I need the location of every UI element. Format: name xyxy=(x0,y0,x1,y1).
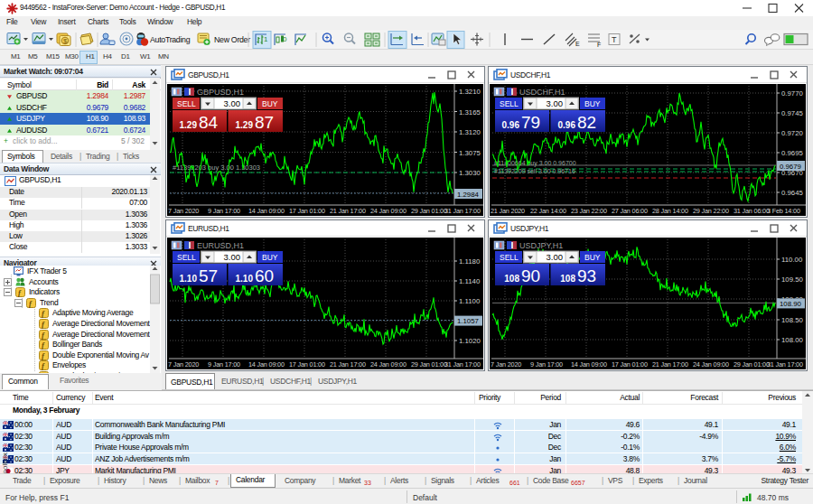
svg-text:21 Jan 17:00: 21 Jan 17:00 xyxy=(330,360,366,369)
svg-text:1.29: 1.29 xyxy=(180,120,198,130)
svg-text:1.1020: 1.1020 xyxy=(459,337,481,345)
svg-text:3 Feb 14:00: 3 Feb 14:00 xyxy=(767,207,800,215)
svg-text:24 Jan 09:00: 24 Jan 09:00 xyxy=(370,360,406,369)
svg-text:3.00: 3.00 xyxy=(224,252,241,262)
svg-text:90: 90 xyxy=(521,266,540,285)
svg-text:57: 57 xyxy=(199,266,218,285)
svg-text:29 Jan 01:00: 29 Jan 01:00 xyxy=(411,360,447,369)
svg-text:1.1100: 1.1100 xyxy=(459,297,481,305)
svg-text:21 Jan 17:00: 21 Jan 17:00 xyxy=(330,207,366,215)
svg-text:108: 108 xyxy=(504,274,519,284)
svg-text:0: 0 xyxy=(283,35,287,43)
svg-text:BUY: BUY xyxy=(262,99,278,108)
svg-text:14 Jan 09:00: 14 Jan 09:00 xyxy=(248,207,285,215)
svg-text:1.3075: 1.3075 xyxy=(459,149,481,157)
svg-text:SELL: SELL xyxy=(177,99,196,108)
svg-text:0.9745: 0.9745 xyxy=(781,109,804,117)
svg-text:31 Jan 17:00: 31 Jan 17:00 xyxy=(444,207,481,215)
svg-text:108.90: 108.90 xyxy=(780,300,802,308)
svg-text:#11392209 sell 3.00 0.96716: #11392209 sell 3.00 0.96716 xyxy=(494,168,575,174)
svg-text:21 Jan 2020: 21 Jan 2020 xyxy=(491,207,525,215)
svg-text:0.9695: 0.9695 xyxy=(781,149,804,157)
svg-text:17 Jan 01:00: 17 Jan 01:00 xyxy=(289,207,325,215)
svg-text:0.96: 0.96 xyxy=(502,120,520,130)
svg-text:9 Jan 17:00: 9 Jan 17:00 xyxy=(530,360,563,369)
svg-text:$: $ xyxy=(63,37,68,45)
svg-text:SELL: SELL xyxy=(177,253,196,262)
svg-text:3.00: 3.00 xyxy=(547,98,564,108)
svg-text:29 Jan 22:00: 29 Jan 22:00 xyxy=(693,207,729,215)
svg-text:82: 82 xyxy=(577,113,596,132)
svg-text:21 Jan 17:00: 21 Jan 17:00 xyxy=(652,360,688,369)
svg-text:GBPUSD,H1: GBPUSD,H1 xyxy=(197,88,244,97)
svg-text:0.9720: 0.9720 xyxy=(781,129,804,137)
svg-text:E: E xyxy=(575,41,580,47)
svg-text:9 Jan 17:00: 9 Jan 17:00 xyxy=(208,360,240,369)
svg-text:BUY: BUY xyxy=(584,99,601,108)
svg-text:14 Jan 09:00: 14 Jan 09:00 xyxy=(248,360,285,369)
svg-text:SELL: SELL xyxy=(500,99,519,108)
svg-text:0.9645: 0.9645 xyxy=(781,189,804,197)
svg-text:108.50: 108.50 xyxy=(781,316,804,324)
svg-text:28 Jan 14:00: 28 Jan 14:00 xyxy=(652,207,688,215)
svg-text:1.3120: 1.3120 xyxy=(459,128,481,136)
svg-text:29 Jan 01:00: 29 Jan 01:00 xyxy=(734,360,770,369)
svg-text:17 Jan 01:00: 17 Jan 01:00 xyxy=(289,360,325,369)
svg-text:BUY: BUY xyxy=(262,253,278,262)
svg-text:17 Jan 01:00: 17 Jan 01:00 xyxy=(612,360,648,369)
svg-text:7 Jan 2020: 7 Jan 2020 xyxy=(491,360,521,369)
svg-text:7 Jan 2020: 7 Jan 2020 xyxy=(168,207,199,215)
svg-text:24 Jan 09:00: 24 Jan 09:00 xyxy=(693,360,729,369)
svg-text:BUY: BUY xyxy=(584,253,601,262)
svg-text:0.9679: 0.9679 xyxy=(780,163,801,171)
svg-text:New Order: New Order xyxy=(214,35,250,44)
svg-text:SELL: SELL xyxy=(500,253,519,262)
svg-text:27 Jan 06:00: 27 Jan 06:00 xyxy=(612,207,648,215)
svg-text:0.96: 0.96 xyxy=(558,120,576,130)
svg-text:3.00: 3.00 xyxy=(224,98,241,108)
svg-text:1.10: 1.10 xyxy=(236,274,254,284)
svg-text:31 Jan 17:00: 31 Jan 17:00 xyxy=(444,360,481,369)
svg-text:109.50: 109.50 xyxy=(781,275,804,284)
svg-text:1.3165: 1.3165 xyxy=(459,108,481,117)
svg-text:23 Jan 22:00: 23 Jan 22:00 xyxy=(571,207,607,215)
svg-text:84: 84 xyxy=(199,113,219,132)
svg-text:1.3030: 1.3030 xyxy=(459,169,481,177)
svg-text:T: T xyxy=(612,35,617,44)
svg-text:9 Jan 17:00: 9 Jan 17:00 xyxy=(208,207,240,215)
svg-text:EURUSD,H1: EURUSD,H1 xyxy=(197,241,244,250)
svg-text:1.29: 1.29 xyxy=(236,120,254,130)
svg-text:1.10: 1.10 xyxy=(180,274,198,284)
svg-text:60: 60 xyxy=(255,266,274,285)
svg-text:110.00: 110.00 xyxy=(781,256,803,264)
svg-text:0.9770: 0.9770 xyxy=(781,89,804,98)
svg-text:14 Jan 09:00: 14 Jan 09:00 xyxy=(571,360,607,369)
svg-text:93: 93 xyxy=(577,266,596,285)
svg-text:24 Jan 09:00: 24 Jan 09:00 xyxy=(370,207,406,215)
svg-text:1.1180: 1.1180 xyxy=(459,257,481,266)
svg-text:79: 79 xyxy=(521,113,540,132)
svg-text:87: 87 xyxy=(255,113,274,132)
svg-text:108: 108 xyxy=(560,274,575,284)
svg-text:USDCHF,H1: USDCHF,H1 xyxy=(519,88,565,97)
svg-text:1.1057: 1.1057 xyxy=(457,317,479,325)
svg-text:3.00: 3.00 xyxy=(547,252,564,262)
svg-text:22 Jan 14:00: 22 Jan 14:00 xyxy=(530,207,566,215)
svg-text:108.00: 108.00 xyxy=(781,336,804,344)
svg-text:31 Jan 06:00: 31 Jan 06:00 xyxy=(734,207,770,215)
svg-text:F: F xyxy=(597,42,601,48)
svg-text:1.1140: 1.1140 xyxy=(459,277,481,285)
svg-text:1.2984: 1.2984 xyxy=(457,191,480,199)
svg-text:1.3210: 1.3210 xyxy=(459,88,481,96)
svg-text:AutoTrading: AutoTrading xyxy=(150,35,191,44)
svg-text:7 Jan 2020: 7 Jan 2020 xyxy=(168,360,199,369)
svg-text:1: 1 xyxy=(264,35,268,43)
svg-text:USDJPY,H1: USDJPY,H1 xyxy=(519,241,563,250)
svg-text:29 Jan 01:00: 29 Jan 01:00 xyxy=(411,207,447,215)
svg-text:31 Jan 17:00: 31 Jan 17:00 xyxy=(767,360,803,369)
